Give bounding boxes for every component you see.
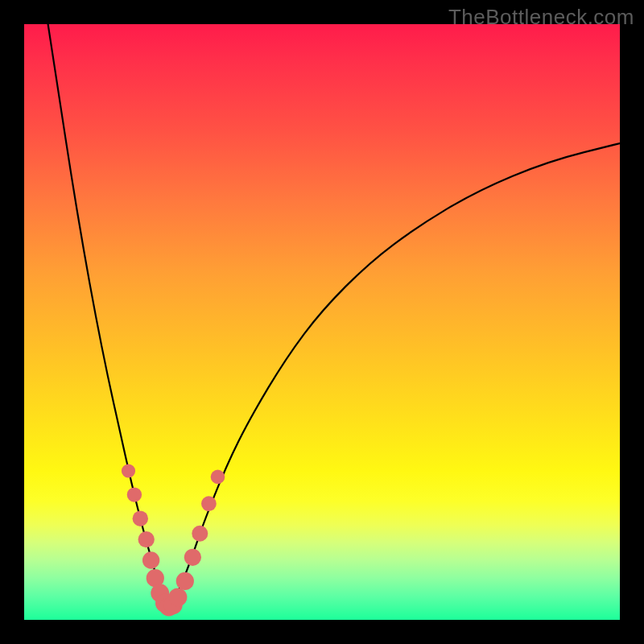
sample-dot — [138, 531, 155, 547]
chart-frame: TheBottleneck.com — [0, 0, 644, 644]
sample-dot — [127, 487, 142, 502]
sample-dot — [201, 496, 217, 511]
sample-dots — [122, 464, 225, 616]
sample-dot — [184, 549, 201, 566]
sample-dot — [168, 588, 187, 606]
sample-dot — [142, 551, 159, 568]
sample-dot — [122, 464, 135, 477]
sample-dot — [211, 470, 225, 485]
curve-layer — [24, 24, 620, 620]
sample-dot — [192, 526, 208, 542]
plot-area — [24, 24, 620, 620]
sample-dot — [176, 572, 194, 590]
sample-dot — [133, 511, 148, 526]
